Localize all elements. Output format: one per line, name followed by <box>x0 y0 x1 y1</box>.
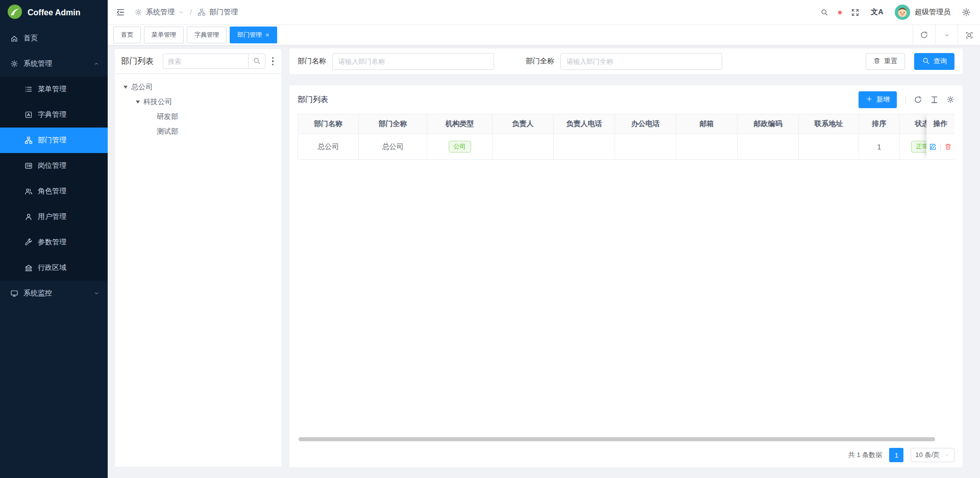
tab-dept[interactable]: 部门管理× <box>230 27 277 43</box>
refresh-table-icon[interactable] <box>914 95 922 104</box>
column-header: 邮政编码 <box>738 114 799 134</box>
tree-expand-caret-icon[interactable] <box>124 86 128 91</box>
delete-icon[interactable] <box>944 143 952 150</box>
translate-icon[interactable]: 文A <box>871 8 884 17</box>
sidebar: Coffee Admin 首页系统管理菜单管理字典管理部门管理岗位管理角色管理用… <box>0 0 108 478</box>
breadcrumb-separator: / <box>190 8 192 16</box>
table-toolbar: 部门列表 新增 <box>298 85 954 114</box>
breadcrumb-root[interactable]: 系统管理 <box>146 8 175 17</box>
search-icon <box>253 57 261 66</box>
username: 超级管理员 <box>915 8 950 17</box>
tree-search-button[interactable] <box>248 54 265 69</box>
column-header: 部门全称 <box>359 114 427 134</box>
status-tag: 公司 <box>449 141 471 153</box>
tree-node-hq[interactable]: 总公司 <box>119 80 277 94</box>
reset-button[interactable]: 重置 <box>866 53 905 70</box>
search-icon[interactable] <box>820 8 828 16</box>
page-button-1[interactable]: 1 <box>889 448 903 462</box>
tree-node-test[interactable]: 测试部 <box>119 124 277 139</box>
tab-dict[interactable]: 字典管理 <box>187 27 227 43</box>
column-header: 联系地址 <box>799 114 859 134</box>
avatar <box>895 5 910 20</box>
sidebar-item-param-management[interactable]: 参数管理 <box>0 230 108 255</box>
sidebar-item-label: 用户管理 <box>38 212 66 221</box>
sidebar-item-dict-management[interactable]: 字典管理 <box>0 102 108 128</box>
tree-node-label: 总公司 <box>131 83 153 92</box>
tree-panel-header: 部门列表 <box>115 49 281 74</box>
fullscreen-icon[interactable] <box>851 8 860 17</box>
tree-node-label: 测试部 <box>157 127 178 136</box>
sidebar-item-home[interactable]: 首页 <box>0 26 108 51</box>
table-row: 总公司总公司公司1正常 <box>298 134 945 160</box>
bank-icon <box>24 264 33 272</box>
dept-fullname-input[interactable] <box>560 53 722 70</box>
search-icon <box>922 57 930 66</box>
column-settings-gear-icon[interactable] <box>946 95 954 104</box>
tab-label: 首页 <box>121 31 133 39</box>
notification-dot <box>838 11 842 14</box>
sidebar-item-user-management[interactable]: 用户管理 <box>0 204 108 230</box>
add-button[interactable]: 新增 <box>859 91 897 108</box>
user-icon <box>24 213 33 221</box>
post-badge-icon <box>24 162 33 170</box>
operation-column-header: 操作 <box>926 114 954 134</box>
chevron-up-icon <box>93 61 100 67</box>
dept-tree-panel: 部门列表 总公司科技公司研发部测试部 <box>114 48 282 467</box>
filter-bar: 部门名称 部门全称 重置 查询 <box>289 48 963 74</box>
column-height-icon[interactable] <box>930 95 939 104</box>
page-size-select[interactable]: 10 条/页 <box>911 448 954 462</box>
sidebar-item-post-management[interactable]: 岗位管理 <box>0 153 108 179</box>
tab-menu-chevron-icon[interactable] <box>935 25 958 45</box>
tree-search-input[interactable] <box>163 54 248 69</box>
tree-node-rd[interactable]: 研发部 <box>119 109 277 124</box>
table-cell: 1 <box>859 134 900 160</box>
tree-node-tech[interactable]: 科技公司 <box>119 94 277 109</box>
sidebar-item-system-monitor[interactable]: 系统监控 <box>0 281 108 306</box>
dept-tree: 总公司科技公司研发部测试部 <box>115 74 281 144</box>
maximize-icon[interactable] <box>958 25 980 45</box>
sidebar-item-label: 行政区域 <box>38 263 66 272</box>
breadcrumb-current: 部门管理 <box>209 8 238 17</box>
sidebar-item-label: 首页 <box>23 34 38 43</box>
app-title: Coffee Admin <box>28 8 80 17</box>
add-button-label: 新增 <box>876 95 890 104</box>
refresh-tab-icon[interactable] <box>913 25 935 45</box>
right-column: 部门名称 部门全称 重置 查询 <box>289 48 963 467</box>
scrollbar-thumb[interactable] <box>299 437 935 441</box>
dept-name-input[interactable] <box>332 53 494 70</box>
sidebar-item-system-management[interactable]: 系统管理 <box>0 51 108 77</box>
tree-expand-caret-icon[interactable] <box>136 100 140 106</box>
kebab-menu-icon[interactable] <box>271 56 276 67</box>
search-button[interactable]: 查询 <box>914 53 954 70</box>
sidebar-item-menu-management[interactable]: 菜单管理 <box>0 77 108 102</box>
tab-home[interactable]: 首页 <box>113 27 141 43</box>
tree-search <box>163 54 265 69</box>
sidebar-item-admin-region[interactable]: 行政区域 <box>0 255 108 281</box>
roles-icon <box>24 187 33 195</box>
sidebar-collapse-icon[interactable] <box>116 8 125 17</box>
sidebar-item-role-management[interactable]: 角色管理 <box>0 179 108 204</box>
tab-menu[interactable]: 菜单管理 <box>144 27 184 43</box>
edit-icon[interactable] <box>929 143 937 150</box>
sidebar-item-dept-management[interactable]: 部门管理 <box>0 128 108 153</box>
table-cell <box>615 134 676 160</box>
horizontal-scrollbar <box>298 437 954 442</box>
dept-name-label: 部门名称 <box>298 57 326 66</box>
column-header: 负责人电话 <box>554 114 615 134</box>
user-menu[interactable]: 超级管理员 <box>895 5 950 20</box>
gear-icon <box>134 8 142 16</box>
filter-buttons: 重置 查询 <box>866 53 954 70</box>
chevron-down-icon <box>944 452 950 458</box>
dept-table: 部门名称部门全称机构类型负责人负责人电话办公电话邮箱邮政编码联系地址排序状态 总… <box>298 114 954 160</box>
reset-button-label: 重置 <box>884 57 897 66</box>
table-empty-space <box>298 160 954 437</box>
toolbar-divider <box>905 95 906 104</box>
column-header: 负责人 <box>493 114 554 134</box>
table-cell: 公司 <box>427 134 493 160</box>
close-icon[interactable]: × <box>265 32 270 38</box>
settings-gear-icon[interactable] <box>962 8 971 17</box>
app-root: Coffee Admin 首页系统管理菜单管理字典管理部门管理岗位管理角色管理用… <box>0 0 980 478</box>
table-body: 总公司总公司公司1正常 <box>298 134 945 160</box>
app-logo: Coffee Admin <box>0 0 108 26</box>
column-header: 邮箱 <box>676 114 738 134</box>
